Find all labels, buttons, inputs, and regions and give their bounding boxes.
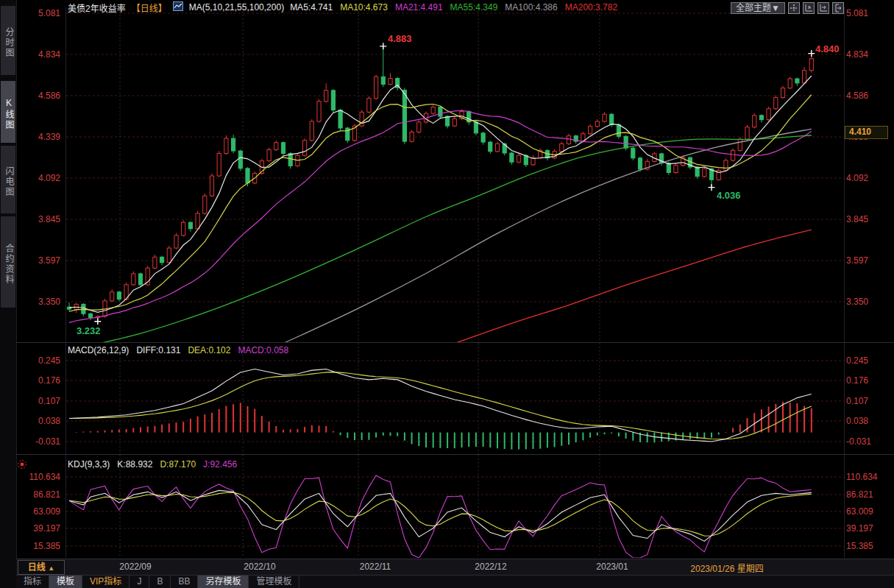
bottom-tab-bar: 指标模板VIP指标JBBB另存模板管理模板 [16,575,894,588]
y-axis-label: 5.081 [846,7,868,19]
plot-right-border [844,7,845,558]
y-axis-label: 3.597 [16,255,60,266]
ma-values: MA5:4.741MA10:4.673MA21:4.491MA55:4.349M… [290,2,617,13]
price-annotation: 3.232 [77,325,101,336]
sidebar-item-2[interactable]: K线图 [1,81,15,143]
pane-shift-icon[interactable] [832,2,844,14]
period-label: 日线 [28,562,46,573]
y-axis-label: 110.634 [846,471,878,483]
sidebar-item-4[interactable]: 合约资料 [1,216,15,308]
y-axis-label: 0.038 [16,415,60,427]
bottom-tab-B[interactable]: B [149,575,171,588]
y-axis-label: 15.385 [16,540,60,552]
price-annotation: 4.840 [815,43,840,54]
period-selector[interactable]: 日线 ▲ [18,560,65,575]
chart-type-icon[interactable] [173,1,183,13]
ma-group-label: MA(5,10,21,55,100,200) [189,2,284,13]
date-axis-label: 2022/10 [234,562,285,572]
y-axis-label: 4.092 [846,172,868,184]
y-axis-label: 63.009 [846,506,873,517]
pane-separator [16,454,894,455]
bottom-tab-指标[interactable]: 指标 [16,575,49,588]
ma-value-label: MA10:4.673 [340,2,388,13]
y-axis-label: 4.834 [16,49,60,60]
y-axis-label: 4.834 [846,49,868,60]
price-annotation: 4.883 [388,33,412,44]
plot-left-border [65,7,66,558]
page-title: 美债2年收益率 [68,1,126,14]
y-axis-label: 4.092 [16,172,60,184]
y-axis-label: -0.031 [846,436,871,447]
bottom-tab-J[interactable]: J [130,575,149,588]
y-axis-label: 5.081 [16,7,60,19]
bottom-tab-模板[interactable]: 模板 [49,575,82,588]
macd-header-label: DIFF:0.131 [136,345,180,355]
period-arrow-icon: ▲ [48,564,54,572]
period-tag: 【日线】 [132,1,167,14]
kdj-header: KDJ(9,3,3)K:88.932D:87.170J:92.456 [68,459,237,470]
price-annotation: 4.036 [717,190,741,201]
date-axis-label: 2023/01 [586,562,638,572]
kdj-header-label: J:92.456 [203,459,237,470]
ma-value-label: MA100:4.386 [505,2,557,13]
macd-pane[interactable] [66,343,844,455]
y-axis-label: 0.107 [16,395,60,407]
theme-selector-button[interactable]: 全部主题▼ [731,2,785,14]
date-axis-label: 2022/09 [110,562,161,572]
y-axis-label: 0.176 [16,375,60,386]
date-axis-row: 日线 ▲ 2022/092022/102022/112022/122023/01… [16,559,894,575]
macd-header-label: MACD(26,12,9) [68,345,129,355]
bottom-tab-VIP指标[interactable]: VIP指标 [82,575,130,588]
date-axis-label: 2023/01/26 星期四 [679,562,775,574]
y-axis-label: 4.586 [846,90,868,102]
kdj-header-label: D:87.170 [160,459,196,470]
y-axis-label: 39.197 [846,523,873,534]
alert-dot-icon[interactable] [17,459,27,470]
bottom-tab-另存模板[interactable]: 另存模板 [198,575,249,588]
main-candlestick-pane[interactable] [66,7,844,343]
y-axis-label: 86.821 [846,489,873,500]
top-right-toolbar: 全部主题▼ [731,2,844,14]
y-axis-label: 15.385 [846,540,873,552]
fit-horizontal-icon[interactable] [817,2,829,14]
bottom-tab-BB[interactable]: BB [171,575,198,588]
macd-header-label: MACD:0.058 [238,345,288,355]
y-axis-label: 4.339 [16,131,60,143]
y-axis-label: 3.845 [16,213,60,225]
macd-header-label: DEA:0.102 [188,345,230,355]
y-axis-label: 110.634 [16,471,60,483]
kdj-header-label: K:88.932 [117,459,152,470]
y-axis-label: 0.245 [846,355,868,366]
pane-separator [16,342,894,343]
kdj-header-label: KDJ(9,3,3) [68,459,110,470]
trading-terminal: 分时图K线图闪电图合约资料 美债2年收益率 【日线】 MA(5,10,21,55… [0,0,894,588]
y-axis-label: 0.107 [846,395,868,407]
y-axis-label: 3.350 [846,296,868,308]
y-axis-label: 3.597 [846,255,868,266]
y-axis-label: 63.009 [16,506,60,517]
y-axis-label: 86.821 [16,489,60,500]
y-axis-label: 39.197 [16,523,60,534]
pan-icon[interactable] [788,2,800,14]
sidebar-item-1[interactable]: 分时图 [1,6,15,75]
ma-value-label: MA200:3.782 [565,2,617,13]
y-axis-label: 0.245 [16,355,60,366]
sidebar-item-3[interactable]: 闪电图 [1,146,15,213]
ma-value-label: MA55:4.349 [450,2,498,13]
kdj-pane[interactable] [66,455,844,558]
chart-header: 美债2年收益率 【日线】 MA(5,10,21,55,100,200) MA5:… [68,1,617,13]
right-axis-gutter: 5.0814.8344.5864.3394.0923.8453.5973.350… [846,0,893,588]
y-axis-label: 0.038 [846,415,868,427]
ma-value-label: MA5:4.741 [290,2,333,13]
ma-value-label: MA21:4.491 [395,2,443,13]
macd-header: MACD(26,12,9)DIFF:0.131DEA:0.102MACD:0.0… [68,345,288,355]
date-axis-label: 2022/12 [465,562,517,572]
y-axis-label: 0.176 [846,375,868,386]
bottom-tab-管理模板[interactable]: 管理模板 [249,575,299,588]
y-axis-label: 3.845 [846,213,868,225]
y-axis-label: -0.031 [16,436,60,447]
y-axis-label: 4.586 [16,90,60,102]
fit-vertical-icon[interactable] [803,2,815,14]
left-sidebar: 分时图K线图闪电图合约资料 [0,0,17,588]
last-price-tag: 4.410 [845,126,888,139]
